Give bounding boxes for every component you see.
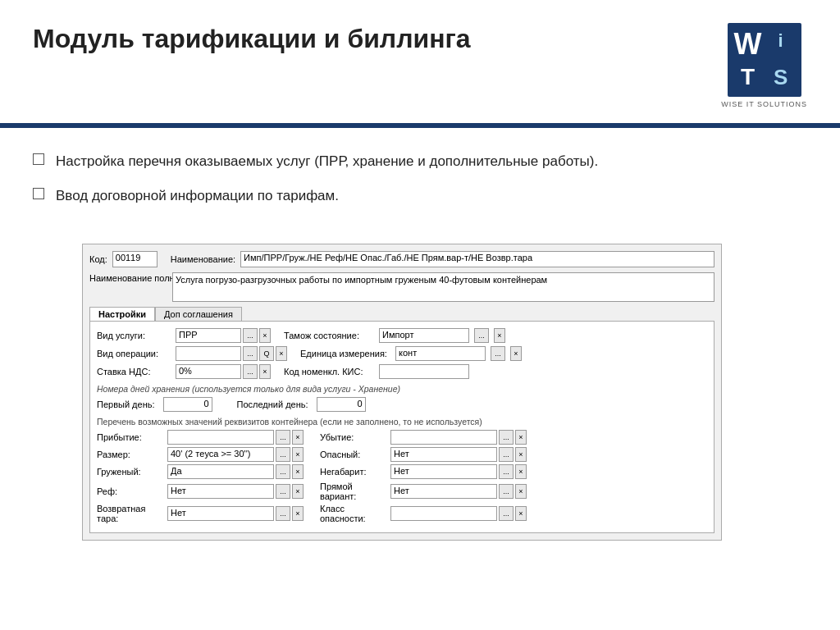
arrival-field[interactable] [167,430,274,445]
danger-class-field[interactable] [390,506,497,521]
bullet-text-1: Настройка перечня оказываемых услуг (ПРР… [56,151,807,172]
oversized-clear-btn[interactable]: × [515,464,527,479]
ref-browse-btn[interactable]: ... [276,484,290,499]
loaded-clear-btn[interactable]: × [292,464,304,479]
logo-w: W [732,27,765,62]
ref-clear-btn[interactable]: × [292,484,304,499]
ref-row: Реф: Нет ... × Прямой вариант: Нет ... × [97,482,707,501]
operation-search-btn[interactable]: Q [259,346,274,361]
service-type-label: Вид услуги: [97,331,171,340]
bullet-icon-2 [33,188,44,199]
return-browse-btn[interactable]: ... [276,506,290,521]
loaded-row: Груженый: Да ... × Негабарит: Нет ... × [97,464,707,479]
name-field[interactable]: Имп/ПРР/Груж./НЕ Реф/НЕ Опас./Габ./НЕ Пр… [240,251,714,267]
return-label: Возвратная тара: [97,504,162,523]
unit-clear-btn[interactable]: × [510,346,522,361]
ref-field[interactable]: Нет [167,484,274,499]
operation-field[interactable] [176,346,241,361]
customs-field[interactable]: Импорт [379,328,469,343]
logo-s: S [765,62,797,93]
danger-class-label: Класс опасности: [320,504,386,523]
departure-clear-btn[interactable]: × [515,430,527,445]
danger-class-clear-btn[interactable]: × [515,506,527,521]
size-clear-btn[interactable]: × [292,447,304,462]
last-day-field[interactable]: 0 [317,397,366,412]
operation-row: Вид операции: ... Q × Единица измерения:… [97,346,707,361]
loaded-field[interactable]: Да [167,464,274,479]
size-browse-btn[interactable]: ... [276,447,290,462]
tab-agreements[interactable]: Доп соглашения [155,307,242,321]
service-type-row: Вид услуги: ПРР ... × Тамож состояние: И… [97,328,707,343]
vat-row: Ставка НДС: 0% ... × Код номенкл. КИС: [97,364,707,379]
page-title: Модуль тарификации и биллинга [33,23,471,54]
vat-group: 0% ... × [176,364,271,379]
customs-label: Тамож состояние: [284,331,374,340]
service-type-group: ПРР ... × [176,328,271,343]
size-row: Размер: 40' (2 тeуса >= 30'') ... × Опас… [97,447,707,462]
arrival-clear-btn[interactable]: × [292,430,304,445]
nomencl-field[interactable] [379,364,469,379]
oversized-field[interactable]: Нет [390,464,497,479]
service-type-field[interactable]: ПРР [176,328,241,343]
ref-label: Реф: [97,486,162,496]
name-label: Наименование: [171,254,235,264]
vat-field[interactable]: 0% [176,364,241,379]
logo-tagline: WISE IT SOLUTIONS [721,100,807,108]
unit-field[interactable]: конт [395,346,486,361]
direct-label: Прямой вариант: [320,482,386,501]
dangerous-clear-btn[interactable]: × [515,447,527,462]
operation-clear-btn[interactable]: × [276,346,287,361]
oversized-browse-btn[interactable]: ... [499,464,514,479]
storage-note: Номера дней хранения (используется тольк… [97,384,707,394]
arrival-row: Прибытие: ... × Убытие: ... × [97,430,707,445]
logo-container: W i T S WISE IT SOLUTIONS [721,23,807,108]
customs-browse-btn[interactable]: ... [474,328,489,343]
unit-browse-btn[interactable]: ... [491,346,505,361]
fullname-field[interactable]: Услуга погрузо-разгрузочных работы по им… [172,272,714,302]
departure-browse-btn[interactable]: ... [499,430,514,445]
direct-clear-btn[interactable]: × [515,484,527,499]
logo-inner: W i T S [732,27,797,93]
direct-browse-btn[interactable]: ... [499,484,514,499]
first-last-row: Первый день: 0 Последний день: 0 [97,397,707,412]
first-day-field[interactable]: 0 [163,397,212,412]
tab-settings[interactable]: Настройки [89,307,155,321]
container-note: Перечень возможных значений реквизитов к… [97,417,707,427]
logo-t: T [732,62,765,93]
customs-group: Тамож состояние: Импорт ... × [284,328,505,343]
nomencl-group: Код номенкл. КИС: [284,364,469,379]
dangerous-browse-btn[interactable]: ... [499,447,514,462]
departure-field[interactable] [390,430,497,445]
unit-label: Единица измерения: [300,349,390,358]
form-tabs: Настройки Доп соглашения [89,307,714,321]
oversized-label: Негабарит: [320,467,386,477]
loaded-label: Груженый: [97,467,162,477]
code-field[interactable]: 00119 [112,251,158,267]
form-name-row: Наименование полное (для печатных форм):… [89,272,714,302]
dangerous-field[interactable]: Нет [390,447,497,462]
service-type-clear-btn[interactable]: × [259,328,271,343]
return-field[interactable]: Нет [167,506,274,521]
first-day-label: Первый день: [97,399,155,409]
loaded-browse-btn[interactable]: ... [276,464,290,479]
form-screenshot: Код: 00119 Наименование: Имп/ПРР/Груж./Н… [82,244,722,541]
bullet-text-2: Ввод договорной информации по тарифам. [56,185,807,207]
operation-label: Вид операции: [97,349,171,358]
direct-field[interactable]: Нет [390,484,497,499]
vat-clear-btn[interactable]: × [259,364,271,379]
size-field[interactable]: 40' (2 тeуса >= 30'') [167,447,274,462]
arrival-browse-btn[interactable]: ... [276,430,290,445]
form-panel: Вид услуги: ПРР ... × Тамож состояние: И… [89,321,714,533]
code-label: Код: [89,254,107,264]
departure-label: Убытие: [320,432,386,442]
return-clear-btn[interactable]: × [292,506,304,521]
unit-group: Единица измерения: конт ... × [300,346,522,361]
customs-clear-btn[interactable]: × [494,328,505,343]
form-top-row: Код: 00119 Наименование: Имп/ПРР/Груж./Н… [89,251,714,267]
vat-browse-btn[interactable]: ... [243,364,258,379]
operation-browse-btn[interactable]: ... [243,346,258,361]
service-type-browse-btn[interactable]: ... [243,328,258,343]
fullname-label: Наименование полное (для печатных форм): [89,272,167,284]
danger-class-browse-btn[interactable]: ... [499,506,514,521]
dangerous-label: Опасный: [320,450,386,459]
